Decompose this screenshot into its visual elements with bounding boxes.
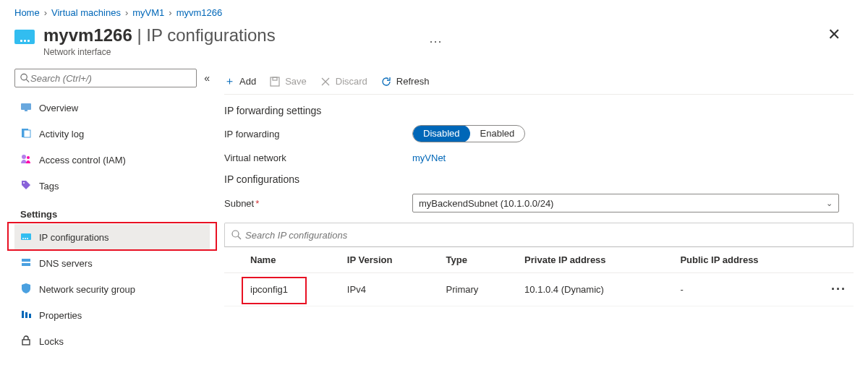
overview-icon [20, 101, 32, 115]
ip-forwarding-label: IP forwarding [224, 129, 412, 139]
activity-icon [20, 127, 32, 141]
breadcrumb: Home › Virtual machines › myVM1 › myvm12… [0, 0, 868, 21]
svg-rect-5 [24, 130, 30, 137]
subnet-dropdown[interactable]: myBackendSubnet (10.1.0.0/24) ⌄ [412, 194, 839, 212]
chevron-down-icon: ⌄ [826, 199, 833, 208]
sidebar-item-tags[interactable]: Tags [14, 173, 210, 199]
ip-configurations-section-title: IP configurations [224, 173, 854, 185]
svg-rect-16 [25, 312, 27, 318]
svg-line-1 [26, 80, 29, 82]
sidebar-item-locks[interactable]: Locks [14, 328, 210, 354]
svg-rect-2 [21, 103, 31, 110]
sidebar-item-access-control-iam-[interactable]: Access control (IAM) [14, 147, 210, 173]
sidebar-item-label: IP configurations [39, 232, 109, 243]
svg-rect-13 [22, 259, 30, 262]
ip-version: IPv4 [339, 273, 438, 306]
col-type[interactable]: Type [438, 247, 516, 273]
svg-point-6 [22, 155, 26, 159]
props-icon [20, 309, 32, 322]
svg-point-0 [21, 74, 27, 80]
menu-search[interactable] [14, 69, 197, 87]
iam-icon [20, 153, 32, 167]
sidebar-item-overview[interactable]: Overview [14, 95, 210, 121]
sidebar-item-label: DNS servers [39, 258, 93, 269]
svg-point-10 [22, 238, 24, 239]
search-icon [231, 229, 242, 241]
private-ip: 10.1.0.4 (Dynamic) [516, 273, 671, 306]
add-button[interactable]: ＋Add [224, 74, 256, 88]
svg-line-24 [238, 236, 241, 239]
subnet-value: myBackendSubnet (10.1.0.0/24) [419, 198, 553, 209]
svg-rect-14 [22, 263, 30, 266]
chevron-right-icon: › [44, 7, 47, 18]
col-public-ip-address[interactable]: Public IP address [671, 247, 822, 273]
svg-point-12 [27, 238, 28, 239]
toggle-enabled[interactable]: Enabled [470, 125, 525, 142]
page-subtitle: Network interface [43, 47, 422, 57]
save-button[interactable]: Save [269, 76, 307, 87]
svg-point-23 [232, 231, 239, 237]
svg-point-11 [25, 238, 26, 239]
discard-icon [320, 76, 331, 87]
ip-forwarding-toggle[interactable]: Disabled Enabled [412, 125, 525, 142]
toolbar: ＋Add Save Discard Refresh [224, 69, 854, 95]
blade-header: myvm1266 | IP configurations Network int… [0, 21, 868, 69]
sidebar-item-label: Properties [39, 310, 82, 321]
chevron-right-icon: › [125, 7, 128, 18]
sidebar-item-label: Overview [39, 103, 78, 113]
search-icon [20, 72, 30, 84]
discard-button[interactable]: Discard [320, 76, 367, 87]
nsg-icon [20, 283, 32, 296]
crumb-home[interactable]: Home [14, 7, 40, 18]
sidebar-item-ip-configurations[interactable]: IP configurations [14, 224, 210, 250]
sidebar-item-label: Access control (IAM) [39, 155, 126, 166]
refresh-icon [380, 76, 392, 87]
svg-rect-9 [21, 233, 31, 240]
page-title: myvm1266 | IP configurations [43, 25, 422, 46]
locks-icon [20, 335, 32, 348]
col-ip-version[interactable]: IP Version [339, 247, 438, 273]
collapse-menu-button[interactable]: « [204, 72, 210, 84]
ipconfig-filter-input[interactable] [245, 230, 847, 241]
ipconfig-filter[interactable] [224, 223, 854, 247]
sidebar-item-label: Activity log [39, 129, 84, 139]
svg-rect-19 [271, 77, 279, 86]
tags-icon [20, 179, 32, 193]
svg-rect-17 [29, 314, 31, 318]
chevron-right-icon: › [169, 7, 171, 18]
ipconfig-name: ipconfig1 [250, 284, 288, 295]
svg-rect-20 [273, 77, 277, 80]
ip-type: Primary [438, 273, 516, 306]
col-name[interactable]: Name [224, 247, 339, 273]
public-ip: - [671, 273, 822, 306]
dns-icon [20, 257, 32, 270]
sidebar-item-label: Tags [39, 181, 59, 192]
virtual-network-link[interactable]: myVNet [412, 153, 446, 163]
content-pane: ＋Add Save Discard Refresh IP forwarding … [224, 69, 854, 354]
ipconfig-table: NameIP VersionTypePrivate IP addressPubl… [224, 247, 854, 306]
sidebar: « OverviewActivity logAccess control (IA… [14, 69, 210, 354]
sidebar-item-activity-log[interactable]: Activity log [14, 121, 210, 147]
svg-point-8 [23, 182, 25, 184]
menu-search-input[interactable] [30, 73, 192, 84]
table-row[interactable]: ipconfig1IPv4Primary10.1.0.4 (Dynamic)-·… [224, 273, 854, 306]
sidebar-item-dns-servers[interactable]: DNS servers [14, 250, 210, 276]
sidebar-item-label: Network security group [39, 284, 135, 295]
ip-forwarding-section-title: IP forwarding settings [224, 105, 854, 116]
crumb-nic[interactable]: myvm1266 [176, 7, 223, 18]
refresh-button[interactable]: Refresh [380, 76, 430, 87]
close-button[interactable]: ✕ [822, 25, 846, 44]
subnet-label: Subnet* [224, 198, 412, 209]
row-menu-button[interactable]: ··· [822, 273, 854, 306]
ipconfig-icon [20, 231, 32, 244]
more-commands-button[interactable]: ⋯ [429, 33, 443, 49]
col-private-ip-address[interactable]: Private IP address [516, 247, 671, 273]
toggle-disabled[interactable]: Disabled [413, 125, 470, 142]
sidebar-item-label: Locks [39, 336, 64, 347]
crumb-vms[interactable]: Virtual machines [51, 7, 121, 18]
svg-point-7 [27, 156, 30, 159]
crumb-vm[interactable]: myVM1 [132, 7, 164, 18]
virtual-network-label: Virtual network [224, 153, 412, 163]
sidebar-item-properties[interactable]: Properties [14, 302, 210, 328]
sidebar-item-network-security-group[interactable]: Network security group [14, 276, 210, 302]
